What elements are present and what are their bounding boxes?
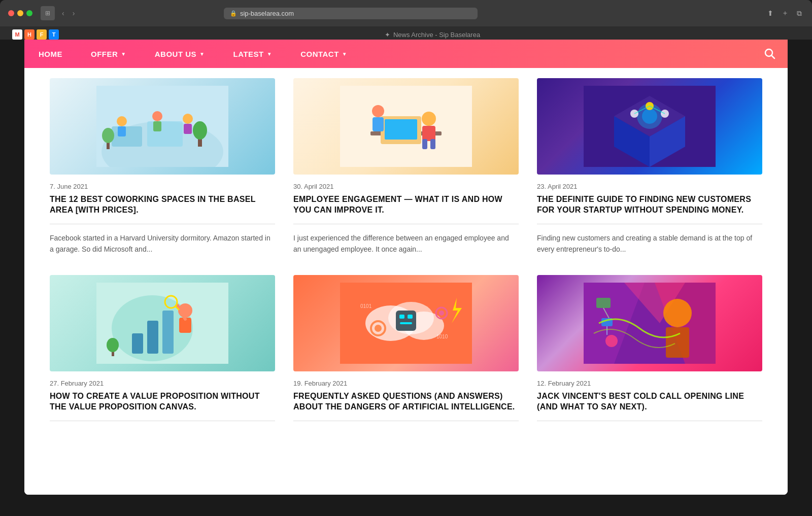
article-title[interactable]: EMPLOYEE ENGAGEMENT — WHAT IT IS AND HOW… <box>293 194 519 216</box>
svg-rect-11 <box>184 124 192 134</box>
customers-illustration <box>584 86 716 167</box>
article-title[interactable]: JACK VINCENT'S BEST COLD CALL OPENING LI… <box>537 391 762 412</box>
windows-button[interactable]: ⧉ <box>795 8 804 19</box>
nav-contact[interactable]: CONTACT ▼ <box>286 40 361 68</box>
share-button[interactable]: ⬆ <box>765 8 775 18</box>
article-date: 27. February 2021 <box>50 380 275 387</box>
svg-point-13 <box>193 121 207 140</box>
article-card: 12. February 2021 JACK VINCENT'S BEST CO… <box>537 275 762 429</box>
svg-rect-21 <box>422 126 435 141</box>
svg-point-24 <box>372 105 384 117</box>
minimize-button[interactable] <box>17 10 23 16</box>
article-thumbnail <box>537 275 762 371</box>
h-extension-icon[interactable]: H <box>24 29 35 40</box>
svg-point-72 <box>605 335 618 347</box>
svg-point-31 <box>642 109 657 124</box>
article-thumbnail: 0101 1010 <box>293 275 519 371</box>
engagement-illustration <box>340 86 472 167</box>
svg-rect-56 <box>400 322 412 324</box>
svg-point-15 <box>102 128 114 143</box>
article-date: 7. June 2021 <box>50 183 275 190</box>
svg-rect-19 <box>385 119 417 140</box>
article-date: 30. April 2021 <box>293 183 519 190</box>
article-date: 19. February 2021 <box>293 380 519 387</box>
svg-rect-69 <box>666 327 689 358</box>
address-bar[interactable]: 🔒 sip-baselarea.com <box>224 8 478 19</box>
extension-icons: M H F T <box>12 29 59 40</box>
maximize-button[interactable] <box>26 10 32 16</box>
article-title[interactable]: THE 12 BEST COWORKING SPACES IN THE BASE… <box>50 194 275 216</box>
article-card: 23. April 2021 THE DEFINITE GUIDE TO FIN… <box>537 78 762 255</box>
article-thumbnail <box>50 78 275 175</box>
svg-text:1010: 1010 <box>436 334 448 339</box>
article-thumbnail <box>50 275 275 371</box>
article-card: 30. April 2021 EMPLOYEE ENGAGEMENT — WHA… <box>293 78 519 255</box>
article-divider <box>293 421 519 421</box>
sidebar-toggle-button[interactable]: ⊞ <box>41 6 55 20</box>
nav-latest[interactable]: LATEST ▼ <box>219 40 287 68</box>
browser-chrome: ⊞ ‹ › 🔒 sip-baselarea.com ⬆ ＋ ⧉ M H F T … <box>0 0 812 40</box>
forward-button[interactable]: › <box>70 7 78 19</box>
about-dropdown-icon: ▼ <box>199 51 205 57</box>
close-button[interactable] <box>8 10 14 16</box>
svg-rect-5 <box>147 121 183 147</box>
svg-point-60 <box>439 311 444 316</box>
search-button[interactable] <box>752 40 788 68</box>
value-proposition-illustration <box>96 283 228 364</box>
article-thumbnail <box>293 78 519 175</box>
jack-vincent-illustration <box>584 283 716 364</box>
article-title[interactable]: HOW TO CREATE A VALUE PROPOSITION WITHOU… <box>50 391 275 412</box>
svg-rect-9 <box>153 121 161 131</box>
article-title[interactable]: THE DEFINITE GUIDE TO FINDING NEW CUSTOM… <box>537 194 762 216</box>
back-button[interactable]: ‹ <box>59 7 67 19</box>
url-text: sip-baselarea.com <box>240 10 294 17</box>
gmail-extension-icon[interactable]: M <box>12 29 22 40</box>
traffic-lights <box>8 10 32 16</box>
svg-point-6 <box>117 116 127 126</box>
browser-titlebar: ⊞ ‹ › 🔒 sip-baselarea.com ⬆ ＋ ⧉ <box>0 0 812 26</box>
svg-rect-22 <box>422 139 427 149</box>
browser-nav: ‹ › <box>59 7 78 19</box>
offer-dropdown-icon: ▼ <box>121 51 126 57</box>
latest-dropdown-icon: ▼ <box>267 51 272 57</box>
svg-rect-4 <box>112 126 142 147</box>
article-image[interactable]: 0101 1010 <box>293 275 519 371</box>
svg-rect-23 <box>430 139 435 149</box>
tab-title: News Archive - Sip Baselarea <box>393 31 480 39</box>
article-image[interactable] <box>50 275 275 371</box>
nav-home[interactable]: HOME <box>24 40 77 68</box>
svg-rect-70 <box>596 298 611 308</box>
article-thumbnail <box>537 78 762 175</box>
nav-about[interactable]: ABOUT US ▼ <box>141 40 219 68</box>
article-title[interactable]: FREQUENTLY ASKED QUESTIONS (AND ANSWERS)… <box>293 391 519 412</box>
article-image[interactable] <box>50 78 275 175</box>
svg-rect-53 <box>396 311 416 331</box>
article-image[interactable] <box>537 78 762 175</box>
article-image[interactable] <box>293 78 519 175</box>
svg-rect-7 <box>118 126 126 136</box>
content-area: 7. June 2021 THE 12 BEST COWORKING SPACE… <box>24 68 788 495</box>
article-date: 12. February 2021 <box>537 380 762 387</box>
article-divider <box>293 224 519 224</box>
f-extension-icon[interactable]: F <box>37 29 47 40</box>
svg-rect-41 <box>162 311 174 354</box>
articles-grid: 7. June 2021 THE 12 BEST COWORKING SPACE… <box>50 68 762 429</box>
search-icon <box>764 48 775 59</box>
svg-point-48 <box>107 338 119 352</box>
article-divider <box>537 421 762 421</box>
svg-point-10 <box>183 114 193 124</box>
svg-point-8 <box>152 111 162 121</box>
t-extension-icon[interactable]: T <box>49 29 59 40</box>
site-nav: HOME OFFER ▼ ABOUT US ▼ LATEST ▼ CONTACT… <box>24 40 788 68</box>
browser-controls: ⊞ <box>41 6 55 20</box>
svg-rect-25 <box>373 117 384 131</box>
article-divider <box>50 421 275 421</box>
svg-point-68 <box>663 299 692 327</box>
article-date: 23. April 2021 <box>537 183 762 190</box>
article-divider <box>537 224 762 224</box>
nav-offer[interactable]: OFFER ▼ <box>77 40 141 68</box>
article-excerpt: I just experienced the difference betwee… <box>293 232 519 255</box>
article-image[interactable] <box>537 275 762 371</box>
add-tab-button[interactable]: ＋ <box>780 8 791 19</box>
svg-text:0101: 0101 <box>360 303 372 309</box>
